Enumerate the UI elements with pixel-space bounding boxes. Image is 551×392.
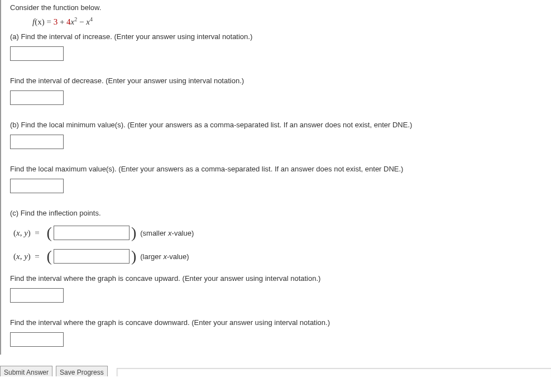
formula-minus: − xyxy=(77,17,86,26)
inflection-input-1[interactable] xyxy=(54,226,130,240)
formula-x4: x xyxy=(86,17,90,26)
xy-label-1: (x, y) = xyxy=(13,228,42,238)
formula-c1: 3 xyxy=(54,17,58,26)
function-formula: f(x) = 3 + 4x2 − x4 xyxy=(32,16,551,27)
part-c-head-block: (c) Find the inflection points. (x, y) =… xyxy=(10,209,551,264)
formula-open: (x) = xyxy=(35,17,53,26)
inflection-row-2: (x, y) = ( ) (larger x-value) xyxy=(10,248,551,264)
concave-up-input[interactable] xyxy=(10,288,64,303)
part-a2-block: Find the interval of decrease. (Enter yo… xyxy=(10,77,551,105)
concave-down-block: Find the interval where the graph is con… xyxy=(10,318,551,347)
part-a2-text: Find the interval of decrease. (Enter yo… xyxy=(10,77,551,85)
concave-up-text: Find the interval where the graph is con… xyxy=(10,274,551,283)
question-container: Consider the function below. f(x) = 3 + … xyxy=(0,0,551,355)
local-max-input[interactable] xyxy=(10,179,64,193)
concave-down-input[interactable] xyxy=(10,332,64,347)
part-a1-block: (a) Find the interval of increase. (Ente… xyxy=(10,32,551,61)
concave-down-text: Find the interval where the graph is con… xyxy=(10,318,551,327)
interval-decrease-input[interactable] xyxy=(10,90,64,105)
paren-open-1: ( xyxy=(47,225,52,241)
interval-increase-input[interactable] xyxy=(10,46,64,61)
hint-larger: (larger x-value) xyxy=(140,252,189,261)
part-b1-block: (b) Find the local minimum value(s). (En… xyxy=(10,121,551,149)
part-c-head-text: (c) Find the inflection points. xyxy=(10,209,551,217)
hint-smaller: (smaller x-value) xyxy=(140,229,194,237)
inflection-input-2[interactable] xyxy=(54,249,130,264)
paren-close-2: ) xyxy=(131,248,136,264)
part-a1-text: (a) Find the interval of increase. (Ente… xyxy=(10,32,551,41)
part-b2-text: Find the local maximum value(s). (Enter … xyxy=(10,165,551,173)
inflection-row-1: (x, y) = ( ) (smaller x-value) xyxy=(10,225,551,241)
paren-close-1: ) xyxy=(131,225,136,241)
formula-plus: + xyxy=(58,17,66,26)
formula-sup4: 4 xyxy=(90,16,93,22)
paren-open-2: ( xyxy=(47,248,52,264)
intro-text: Consider the function below. xyxy=(10,3,551,12)
feedback-area xyxy=(117,368,551,376)
local-min-input[interactable] xyxy=(10,135,64,149)
concave-up-block: Find the interval where the graph is con… xyxy=(10,274,551,303)
formula-c2: 4 xyxy=(66,17,71,26)
part-b1-text: (b) Find the local minimum value(s). (En… xyxy=(10,121,551,129)
part-b2-block: Find the local maximum value(s). (Enter … xyxy=(10,165,551,193)
save-progress-button[interactable]: Save Progress xyxy=(56,366,108,376)
submit-answer-button[interactable]: Submit Answer xyxy=(0,366,52,376)
button-row: Submit Answer Save Progress xyxy=(0,366,551,376)
xy-label-2: (x, y) = xyxy=(13,252,42,261)
